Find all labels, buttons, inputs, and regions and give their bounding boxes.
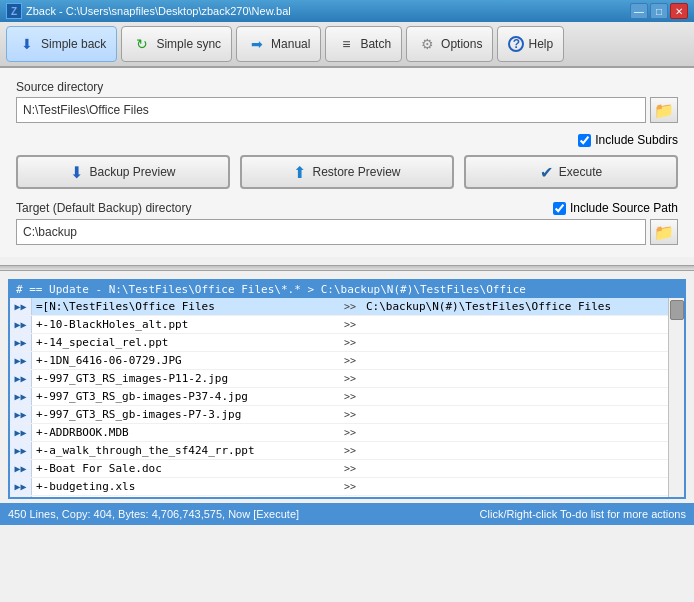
toolbar: ⬇ Simple back ↻ Simple sync ➡ Manual ≡ B… <box>0 22 694 68</box>
backup-preview-button[interactable]: ⬇ Backup Preview <box>16 155 230 189</box>
log-row: ▶▶+-10-BlackHoles_alt.ppt>> <box>10 316 668 334</box>
app-icon: Z <box>6 3 22 19</box>
log-row-arrow: ▶▶ <box>10 406 32 423</box>
simple-sync-icon: ↻ <box>132 34 152 54</box>
log-row-left: +-997_GT3_RS_images-P11-2.jpg <box>32 372 338 385</box>
backup-preview-label: Backup Preview <box>89 165 175 179</box>
batch-icon: ≡ <box>336 34 356 54</box>
title-bar-left: Z Zback - C:\Users\snapfiles\Desktop\zba… <box>6 3 291 19</box>
log-row: ▶▶+-997_GT3_RS_images-P11-2.jpg>> <box>10 370 668 388</box>
log-row-arrow: ▶▶ <box>10 442 32 459</box>
log-row: ▶▶=[N:\TestFiles\Office Files>>C:\backup… <box>10 298 668 316</box>
log-row: ▶▶+-1DN_6416-06-0729.JPG>> <box>10 352 668 370</box>
target-row: Target (Default Backup) directory Includ… <box>16 201 678 215</box>
target-input[interactable] <box>16 219 646 245</box>
backup-preview-icon: ⬇ <box>70 163 83 182</box>
simple-back-icon: ⬇ <box>17 34 37 54</box>
include-subdirs-checkbox[interactable] <box>578 134 591 147</box>
log-row: ▶▶+-ADDRBOOK.MDB>> <box>10 424 668 442</box>
log-scrollbar[interactable] <box>668 298 684 497</box>
status-right: Click/Right-click To-do list for more ac… <box>480 508 686 520</box>
simple-sync-button[interactable]: ↻ Simple sync <box>121 26 232 62</box>
log-panel: # == Update - N:\TestFiles\Office Files\… <box>8 279 686 499</box>
simple-back-label: Simple back <box>41 37 106 51</box>
log-row-mid: >> <box>338 301 362 312</box>
log-row-right: C:\backup\N(#)\TestFiles\Office Files <box>362 300 668 313</box>
scrollbar-thumb[interactable] <box>670 300 684 320</box>
manual-icon: ➡ <box>247 34 267 54</box>
log-row: ▶▶+-Boat For Sale.doc>> <box>10 460 668 478</box>
target-label: Target (Default Backup) directory <box>16 201 191 215</box>
execute-icon: ✔ <box>540 163 553 182</box>
log-row-arrow: ▶▶ <box>10 370 32 387</box>
options-button[interactable]: ⚙ Options <box>406 26 493 62</box>
status-left: 450 Lines, Copy: 404, Bytes: 4,706,743,5… <box>8 508 299 520</box>
log-row-arrow: ▶▶ <box>10 478 32 495</box>
target-field-row: 📁 <box>16 219 678 245</box>
options-label: Options <box>441 37 482 51</box>
log-row-arrow: ▶▶ <box>10 460 32 477</box>
log-header: # == Update - N:\TestFiles\Office Files\… <box>10 281 684 298</box>
log-row-left: +-14_special_rel.ppt <box>32 336 338 349</box>
log-row-left: +-a_walk_through_the_sf424_rr.ppt <box>32 444 338 457</box>
options-icon: ⚙ <box>417 34 437 54</box>
log-row-arrow: ▶▶ <box>10 316 32 333</box>
target-folder-icon: 📁 <box>654 223 674 242</box>
source-folder-button[interactable]: 📁 <box>650 97 678 123</box>
log-row-left: +-Boat For Sale.doc <box>32 462 338 475</box>
log-row-arrow: ▶▶ <box>10 352 32 369</box>
execute-button[interactable]: ✔ Execute <box>464 155 678 189</box>
log-row-mid: >> <box>338 337 362 348</box>
close-button[interactable]: ✕ <box>670 3 688 19</box>
log-row-left: +-10-BlackHoles_alt.ppt <box>32 318 338 331</box>
log-row-mid: >> <box>338 355 362 366</box>
log-row-arrow: ▶▶ <box>10 298 32 315</box>
log-scrollbar-area: ▶▶=[N:\TestFiles\Office Files>>C:\backup… <box>10 298 684 497</box>
log-row-mid: >> <box>338 445 362 456</box>
log-row-arrow: ▶▶ <box>10 334 32 351</box>
include-source-path-label[interactable]: Include Source Path <box>553 201 678 215</box>
help-icon: ? <box>508 36 524 52</box>
log-row-mid: >> <box>338 391 362 402</box>
log-row-left: +-997_GT3_RS_gb-images-P37-4.jpg <box>32 390 338 403</box>
window-controls: — □ ✕ <box>630 3 688 19</box>
manual-label: Manual <box>271 37 310 51</box>
source-directory-group: Source directory 📁 <box>16 80 678 123</box>
log-row-arrow: ▶▶ <box>10 424 32 441</box>
log-row-arrow: ▶▶ <box>10 496 32 497</box>
help-button[interactable]: ? Help <box>497 26 564 62</box>
log-row-mid: >> <box>338 409 362 420</box>
minimize-button[interactable]: — <box>630 3 648 19</box>
window-title: Zback - C:\Users\snapfiles\Desktop\zback… <box>26 5 291 17</box>
log-header-text: # == Update - N:\TestFiles\Office Files\… <box>16 283 526 296</box>
help-label: Help <box>528 37 553 51</box>
maximize-button[interactable]: □ <box>650 3 668 19</box>
log-row: ▶▶+-997_GT3_RS_gb-images-P7-3.jpg>> <box>10 406 668 424</box>
log-row-left: +-ADDRBOOK.MDB <box>32 426 338 439</box>
source-label: Source directory <box>16 80 678 94</box>
log-row: ▶▶+-a_walk_through_the_sf424_rr.ppt>> <box>10 442 668 460</box>
log-row: ▶▶+-14_special_rel.ppt>> <box>10 334 668 352</box>
manual-button[interactable]: ➡ Manual <box>236 26 321 62</box>
main-area: Source directory 📁 Include Subdirs ⬇ Bac… <box>0 68 694 257</box>
source-input[interactable] <box>16 97 646 123</box>
include-subdirs-label[interactable]: Include Subdirs <box>578 133 678 147</box>
execute-label: Execute <box>559 165 602 179</box>
batch-button[interactable]: ≡ Batch <box>325 26 402 62</box>
target-folder-button[interactable]: 📁 <box>650 219 678 245</box>
log-content: ▶▶=[N:\TestFiles\Office Files>>C:\backup… <box>10 298 668 497</box>
include-subdirs-text: Include Subdirs <box>595 133 678 147</box>
status-bar: 450 Lines, Copy: 404, Bytes: 4,706,743,5… <box>0 503 694 525</box>
include-source-checkbox[interactable] <box>553 202 566 215</box>
log-row-left: +-budgeting.xls <box>32 480 338 493</box>
include-source-text: Include Source Path <box>570 201 678 215</box>
log-row: ▶▶+-budgeting.xls>> <box>10 478 668 496</box>
restore-preview-button[interactable]: ⬆ Restore Preview <box>240 155 454 189</box>
simple-sync-label: Simple sync <box>156 37 221 51</box>
log-row-mid: >> <box>338 427 362 438</box>
log-row-mid: >> <box>338 463 362 474</box>
source-field-row: 📁 <box>16 97 678 123</box>
simple-back-button[interactable]: ⬇ Simple back <box>6 26 117 62</box>
log-row-mid: >> <box>338 319 362 330</box>
log-row: ▶▶+-budget_sheet_accc.xls>> <box>10 496 668 497</box>
